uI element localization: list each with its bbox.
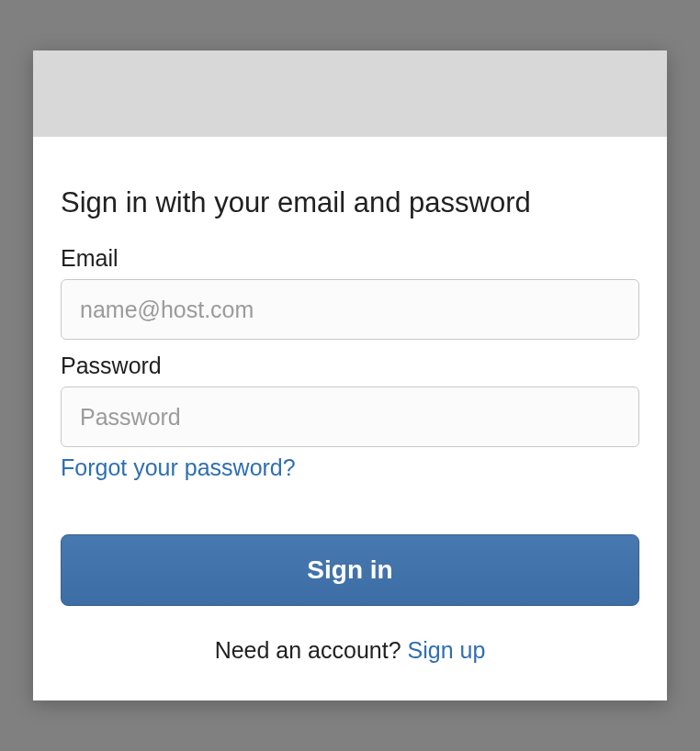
password-field-group: Password (61, 353, 639, 447)
signin-button[interactable]: Sign in (61, 534, 639, 606)
email-input[interactable] (61, 279, 639, 340)
password-input[interactable] (61, 387, 639, 447)
email-field-group: Email (61, 245, 639, 340)
signup-prompt-text: Need an account? (215, 637, 408, 663)
password-label: Password (61, 353, 639, 379)
card-body: Sign in with your email and password Ema… (33, 137, 667, 701)
page-title: Sign in with your email and password (61, 186, 639, 219)
signup-link[interactable]: Sign up (408, 637, 486, 663)
email-label: Email (61, 245, 639, 272)
forgot-password-link[interactable]: Forgot your password? (61, 454, 296, 481)
card-header (33, 50, 667, 137)
signup-prompt-line: Need an account? Sign up (61, 637, 639, 664)
signin-card: Sign in with your email and password Ema… (33, 50, 667, 701)
